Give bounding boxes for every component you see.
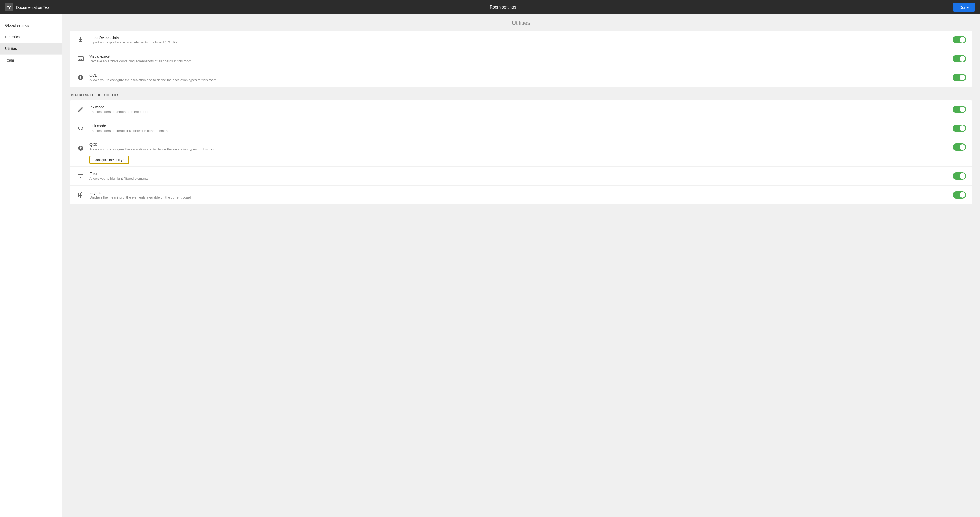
done-button[interactable]: Done xyxy=(953,3,975,12)
visual-export-info: Visual export Retrieve an archive contai… xyxy=(89,54,948,63)
filter-desc: Allows you to highlight filtered element… xyxy=(89,177,948,180)
import-export-icon xyxy=(76,35,85,45)
qcd-board-desc: Allows you to configure the escalation a… xyxy=(89,147,948,151)
import-export-desc: Import and export some or all elements o… xyxy=(89,40,948,44)
ink-mode-name: Ink mode xyxy=(89,105,948,109)
qcd-room-info: QCD Allows you to configure the escalati… xyxy=(89,73,948,82)
utility-row-qcd-board: QCD Allows you to configure the escalati… xyxy=(70,138,972,167)
qcd-board-toggle[interactable] xyxy=(953,143,966,151)
main-content: Utilities Import/export data Import and … xyxy=(62,14,980,517)
header: Documentation Team Room settings Done xyxy=(0,0,980,14)
svg-point-2 xyxy=(8,8,10,9)
visual-export-toggle[interactable] xyxy=(953,55,966,62)
sidebar-item-statistics[interactable]: Statistics xyxy=(0,31,62,43)
visual-export-desc: Retrieve an archive containing screensho… xyxy=(89,59,948,63)
import-export-toggle[interactable] xyxy=(953,36,966,43)
legend-toggle[interactable] xyxy=(953,191,966,199)
link-mode-desc: Enables users to create links between bo… xyxy=(89,129,948,133)
visual-export-icon xyxy=(76,54,85,63)
legend-icon xyxy=(76,190,85,200)
filter-toggle[interactable] xyxy=(953,172,966,180)
link-mode-toggle[interactable] xyxy=(953,125,966,132)
legend-info: Legend Displays the meaning of the eleme… xyxy=(89,191,948,199)
utility-row-ink-mode: Ink mode Enables users to annotate on th… xyxy=(70,100,972,119)
board-utilities-section-title: BOARD SPECIFIC UTILITIES xyxy=(70,93,972,97)
board-utilities-card: Ink mode Enables users to annotate on th… xyxy=(70,100,972,204)
qcd-board-icon xyxy=(76,143,85,153)
layout: Global settings Statistics Utilities Tea… xyxy=(0,14,980,517)
ink-mode-info: Ink mode Enables users to annotate on th… xyxy=(89,105,948,114)
qcd-room-icon xyxy=(76,73,85,82)
app-name: Documentation Team xyxy=(16,5,52,10)
sidebar-item-team[interactable]: Team xyxy=(0,54,62,66)
visual-export-name: Visual export xyxy=(89,54,948,59)
ink-mode-desc: Enables users to annotate on the board xyxy=(89,110,948,114)
page-header-title: Room settings xyxy=(490,5,516,10)
legend-desc: Displays the meaning of the elements ava… xyxy=(89,196,948,199)
utility-row-import-export: Import/export data Import and export som… xyxy=(70,30,972,49)
svg-point-1 xyxy=(10,6,11,7)
utilities-page-title: Utilities xyxy=(70,20,972,26)
utility-row-filter: Filter Allows you to highlight filtered … xyxy=(70,167,972,186)
configure-utility-button[interactable]: Configure the utility › xyxy=(89,156,129,164)
ink-mode-icon xyxy=(76,105,85,114)
link-mode-icon xyxy=(76,124,85,133)
utility-row-visual-export: Visual export Retrieve an archive contai… xyxy=(70,49,972,68)
qcd-room-name: QCD xyxy=(89,73,948,77)
link-mode-info: Link mode Enables users to create links … xyxy=(89,124,948,133)
filter-icon xyxy=(76,172,85,181)
utility-row-qcd-room: QCD Allows you to configure the escalati… xyxy=(70,68,972,87)
filter-name: Filter xyxy=(89,172,948,176)
ink-mode-toggle[interactable] xyxy=(953,106,966,113)
legend-name: Legend xyxy=(89,191,948,195)
app-logo xyxy=(5,3,13,11)
sidebar-item-global-settings[interactable]: Global settings xyxy=(0,20,62,31)
qcd-room-toggle[interactable] xyxy=(953,74,966,81)
arrow-annotation: ← xyxy=(130,156,136,162)
header-left: Documentation Team xyxy=(5,3,52,11)
room-utilities-card: Import/export data Import and export som… xyxy=(70,30,972,87)
utility-row-legend: Legend Displays the meaning of the eleme… xyxy=(70,186,972,204)
filter-info: Filter Allows you to highlight filtered … xyxy=(89,172,948,180)
link-mode-name: Link mode xyxy=(89,124,948,128)
qcd-board-name: QCD xyxy=(89,142,948,146)
sidebar: Global settings Statistics Utilities Tea… xyxy=(0,14,62,517)
svg-point-0 xyxy=(8,6,9,7)
qcd-board-info: QCD Allows you to configure the escalati… xyxy=(89,142,948,164)
import-export-name: Import/export data xyxy=(89,35,948,40)
qcd-room-desc: Allows you to configure the escalation a… xyxy=(89,78,948,82)
import-export-info: Import/export data Import and export som… xyxy=(89,35,948,44)
utility-row-link-mode: Link mode Enables users to create links … xyxy=(70,119,972,138)
sidebar-item-utilities[interactable]: Utilities xyxy=(0,43,62,54)
chevron-right-icon: › xyxy=(123,158,124,162)
